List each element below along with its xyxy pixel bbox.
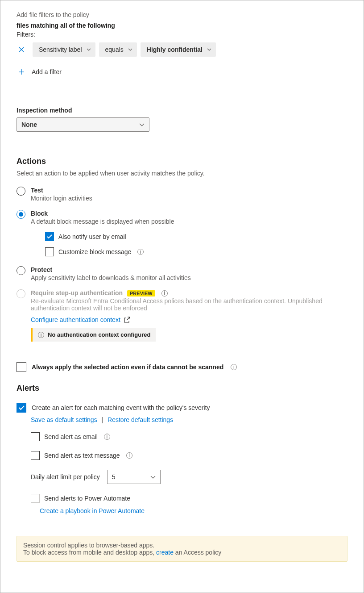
info-icon[interactable]: i [104, 434, 110, 440]
always-apply-label: Always apply the selected action even if… [32, 363, 223, 371]
info-icon[interactable]: i [137, 249, 144, 255]
filter-value-label: Highly confidential [147, 46, 203, 53]
actions-heading: Actions [17, 157, 347, 166]
filter-field-dropdown[interactable]: Sensitivity label [33, 42, 95, 57]
radio-protect[interactable] [17, 266, 25, 275]
radio-protect-label: Protect [31, 266, 347, 273]
checkbox-alert-email[interactable] [31, 432, 40, 441]
radio-test-desc: Monitor login activities [31, 195, 347, 202]
matching-header: files matching all of the following [17, 22, 347, 29]
filters-label: Filters: [17, 31, 347, 38]
footer-info-box: Session control applies to browser-based… [17, 536, 347, 562]
radio-block-desc: A default block message is displayed whe… [31, 218, 347, 225]
checkbox-create-alert[interactable] [17, 403, 26, 413]
alert-email-label: Send alert as email [44, 433, 98, 440]
daily-limit-label: Daily alert limit per policy [31, 473, 100, 480]
filter-operator-dropdown[interactable]: equals [99, 42, 137, 57]
chevron-down-icon [207, 48, 211, 51]
alerts-heading: Alerts [17, 384, 347, 393]
radio-block-label: Block [31, 210, 347, 217]
chevron-down-icon [87, 48, 91, 51]
actions-radio-group: Test Monitor login activities Block A de… [17, 187, 347, 342]
info-icon[interactable]: i [161, 290, 168, 296]
radio-stepup-label: Require step-up authentication [31, 289, 123, 296]
info-icon[interactable]: i [231, 364, 237, 370]
checkbox-power-automate [31, 494, 40, 503]
daily-limit-value: 5 [112, 473, 116, 480]
info-icon: i [38, 332, 44, 338]
save-default-link[interactable]: Save as default settings [31, 416, 97, 423]
chevron-down-icon [128, 48, 132, 51]
configure-auth-context-link[interactable]: Configure authentication context [31, 316, 120, 323]
customize-message-label: Customize block message [58, 248, 131, 255]
filter-field-label: Sensitivity label [39, 46, 82, 53]
add-filter-button[interactable]: Add a filter [17, 68, 347, 75]
external-link-icon [124, 317, 130, 323]
checkbox-always-apply[interactable] [17, 362, 26, 372]
restore-default-link[interactable]: Restore default settings [108, 416, 173, 423]
separator: | [102, 416, 103, 423]
radio-test[interactable] [17, 187, 25, 196]
inspection-method-value: None [21, 121, 37, 128]
radio-block[interactable] [17, 210, 25, 219]
checkbox-customize-message[interactable] [45, 247, 54, 256]
actions-description: Select an action to be applied when user… [17, 170, 347, 177]
filter-operator-label: equals [105, 46, 124, 53]
close-icon [19, 47, 24, 52]
inspection-method-label: Inspection method [17, 107, 347, 114]
radio-protect-desc: Apply sensitivity label to downloads & m… [31, 274, 347, 281]
checkbox-notify-email[interactable] [45, 232, 54, 241]
radio-stepup-desc: Re-evaluate Microsoft Entra Conditional … [31, 297, 343, 312]
power-automate-label: Send alerts to Power Automate [44, 495, 130, 502]
footer-line1: Session control applies to browser-based… [23, 542, 341, 549]
auth-context-warning: i No authentication context configured [31, 328, 156, 342]
radio-stepup [17, 289, 25, 298]
chevron-down-icon [150, 476, 156, 479]
checkbox-alert-sms[interactable] [31, 451, 40, 460]
remove-filter-button[interactable] [17, 45, 26, 54]
daily-limit-dropdown[interactable]: 5 [107, 470, 161, 484]
add-filter-label: Add a filter [32, 68, 62, 75]
create-alert-label: Create an alert for each matching event … [32, 404, 210, 411]
inspection-method-dropdown[interactable]: None [17, 117, 149, 132]
filter-value-dropdown[interactable]: Highly confidential [141, 42, 216, 57]
policy-panel: Add file filters to the policy files mat… [0, 0, 364, 593]
preview-badge: PREVIEW [127, 290, 155, 296]
footer-line2b: an Access policy [174, 549, 221, 556]
notify-email-label: Also notify user by email [58, 233, 126, 240]
info-icon[interactable]: i [126, 452, 132, 459]
panel-subtitle: Add file filters to the policy [17, 11, 347, 18]
chevron-down-icon [139, 123, 145, 126]
alert-sms-label: Send alert as text message [44, 452, 120, 459]
check-icon [47, 234, 52, 239]
create-playbook-link[interactable]: Create a playbook in Power Automate [40, 507, 145, 514]
check-icon [19, 405, 25, 410]
auth-context-warning-text: No authentication context configured [48, 331, 150, 338]
plus-icon [17, 69, 26, 75]
filter-row: Sensitivity label equals Highly confiden… [17, 42, 347, 57]
radio-test-label: Test [31, 187, 347, 194]
footer-line2a: To block access from mobile and desktop … [23, 549, 156, 556]
footer-create-link[interactable]: create [156, 549, 174, 556]
